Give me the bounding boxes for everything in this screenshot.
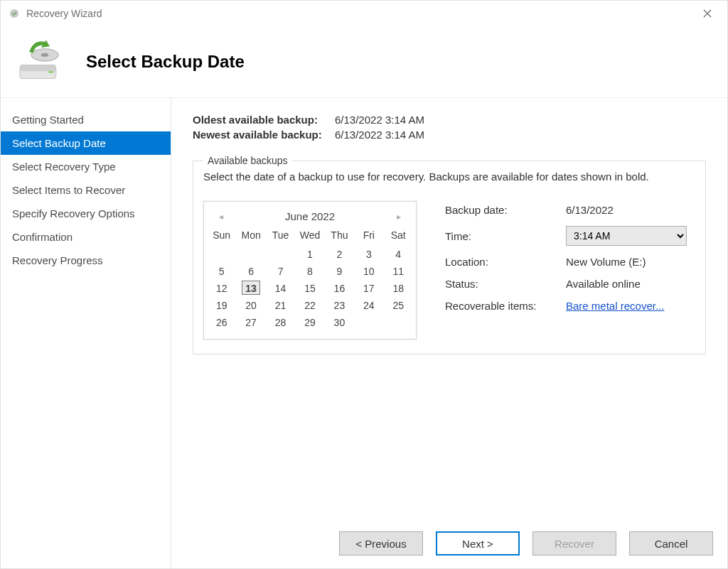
- title-bar: Recovery Wizard: [1, 1, 727, 26]
- previous-button[interactable]: < Previous: [339, 531, 423, 556]
- calendar-weekday: Tue: [266, 228, 295, 245]
- wizard-content: Oldest available backup: 6/13/2022 3:14 …: [171, 98, 727, 568]
- time-select[interactable]: 3:14 AM: [566, 226, 687, 246]
- recoverable-items-label: Recoverable items:: [445, 300, 566, 312]
- time-label: Time:: [445, 230, 566, 242]
- calendar-day[interactable]: 17: [354, 279, 383, 296]
- calendar-day[interactable]: 15: [295, 279, 324, 296]
- wizard-header: Select Backup Date: [1, 26, 727, 97]
- wizard-step[interactable]: Select Items to Recover: [1, 178, 171, 202]
- recover-button: Recover: [532, 531, 616, 556]
- calendar-day[interactable]: 19: [207, 296, 236, 313]
- calendar-day[interactable]: 7: [266, 262, 295, 279]
- calendar-prev-button[interactable]: ◂: [215, 212, 227, 222]
- status-label: Status:: [445, 278, 566, 290]
- window-title: Recovery Wizard: [26, 8, 102, 19]
- calendar-empty-cell: [207, 245, 236, 262]
- wizard-step[interactable]: Select Recovery Type: [1, 155, 171, 178]
- calendar-weekday: Mon: [236, 228, 265, 245]
- calendar-day[interactable]: 2: [325, 245, 354, 262]
- calendar-day[interactable]: 23: [325, 296, 354, 313]
- calendar-day[interactable]: 24: [354, 296, 383, 313]
- wizard-step[interactable]: Getting Started: [1, 108, 171, 131]
- calendar-day[interactable]: 16: [325, 279, 354, 296]
- location-label: Location:: [445, 256, 566, 268]
- backup-date-label: Backup date:: [445, 204, 566, 216]
- calendar-day[interactable]: 11: [384, 262, 413, 279]
- available-backups-group: Available backups Select the date of a b…: [193, 155, 706, 354]
- recovery-icon: [15, 37, 65, 87]
- svg-rect-5: [48, 71, 53, 73]
- calendar-day[interactable]: 8: [295, 262, 324, 279]
- location-value: New Volume (E:): [566, 256, 646, 268]
- calendar-day[interactable]: 1: [295, 245, 324, 262]
- calendar-day[interactable]: 14: [266, 279, 295, 296]
- page-title: Select Backup Date: [86, 52, 245, 72]
- calendar-day[interactable]: 4: [384, 245, 413, 262]
- calendar-day[interactable]: 18: [384, 279, 413, 296]
- oldest-backup-label: Oldest available backup:: [193, 114, 335, 126]
- close-button[interactable]: [693, 3, 722, 24]
- wizard-step[interactable]: Confirmation: [1, 225, 171, 249]
- svg-rect-4: [20, 65, 56, 71]
- calendar-weekday: Sat: [384, 228, 413, 245]
- calendar-next-button[interactable]: ▸: [393, 212, 405, 222]
- calendar-weekday: Fri: [354, 228, 383, 245]
- available-backups-legend: Available backups: [203, 155, 292, 166]
- calendar-day[interactable]: 27: [236, 313, 265, 330]
- svg-point-0: [10, 9, 18, 18]
- calendar-day[interactable]: 26: [207, 313, 236, 330]
- calendar-day[interactable]: 20: [236, 296, 265, 313]
- calendar-day[interactable]: 30: [325, 313, 354, 330]
- calendar-day[interactable]: 22: [295, 296, 324, 313]
- wizard-steps-sidebar: Getting StartedSelect Backup DateSelect …: [1, 98, 171, 568]
- next-button[interactable]: Next >: [436, 531, 520, 556]
- calendar-day[interactable]: 6: [236, 262, 265, 279]
- calendar-day[interactable]: 29: [295, 313, 324, 330]
- wizard-step[interactable]: Recovery Progress: [1, 249, 171, 272]
- svg-point-2: [41, 53, 49, 56]
- calendar-day[interactable]: 12: [207, 279, 236, 296]
- app-icon: [8, 7, 21, 20]
- calendar-empty-cell: [236, 245, 265, 262]
- backup-date-value: 6/13/2022: [566, 204, 614, 216]
- calendar-empty-cell: [266, 245, 295, 262]
- calendar-weekday: Thu: [325, 228, 354, 245]
- calendar-weekday: Sun: [207, 228, 236, 245]
- cancel-button[interactable]: Cancel: [629, 531, 713, 556]
- calendar-day[interactable]: 25: [384, 296, 413, 313]
- calendar-weekday: Wed: [295, 228, 324, 245]
- calendar-day[interactable]: 13: [236, 279, 265, 296]
- oldest-backup-value: 6/13/2022 3:14 AM: [335, 114, 424, 126]
- calendar-day[interactable]: 5: [207, 262, 236, 279]
- calendar-empty-cell: [354, 313, 383, 330]
- calendar-day[interactable]: 28: [266, 313, 295, 330]
- newest-backup-value: 6/13/2022 3:14 AM: [335, 129, 424, 141]
- calendar-month-label: June 2022: [285, 210, 335, 222]
- calendar-day[interactable]: 9: [325, 262, 354, 279]
- calendar-day[interactable]: 3: [354, 245, 383, 262]
- calendar-empty-cell: [384, 313, 413, 330]
- calendar-day[interactable]: 10: [354, 262, 383, 279]
- newest-backup-label: Newest available backup:: [193, 129, 335, 141]
- wizard-footer: < Previous Next > Recover Cancel: [171, 531, 727, 556]
- wizard-step[interactable]: Specify Recovery Options: [1, 202, 171, 225]
- calendar-day[interactable]: 21: [266, 296, 295, 313]
- calendar[interactable]: ◂ June 2022 ▸ SunMonTueWedThuFriSat 1234…: [203, 201, 417, 340]
- wizard-step[interactable]: Select Backup Date: [1, 131, 171, 155]
- backup-details: Backup date: 6/13/2022 Time: 3:14 AM Loc…: [445, 201, 695, 340]
- recoverable-items-link[interactable]: Bare metal recover...: [566, 300, 664, 312]
- instruction-text: Select the date of a backup to use for r…: [203, 170, 695, 183]
- status-value: Available online: [566, 278, 641, 290]
